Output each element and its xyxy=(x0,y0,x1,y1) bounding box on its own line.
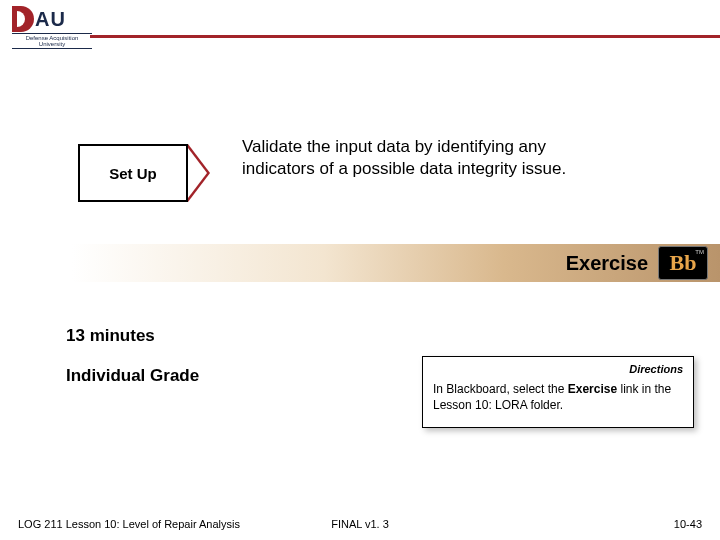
logo-d-icon xyxy=(12,6,34,32)
exercise-bar: Exercise Bb TM xyxy=(0,244,720,282)
directions-title: Directions xyxy=(433,363,683,375)
setup-box: Set Up xyxy=(78,144,188,202)
directions-box: Directions In Blackboard, select the Exe… xyxy=(422,356,694,428)
logo-subtitle: Defense Acquisition University xyxy=(12,33,92,49)
footer: LOG 211 Lesson 10: Level of Repair Analy… xyxy=(18,518,702,530)
dau-logo: AU Defense Acquisition University xyxy=(12,6,92,49)
bb-tm: TM xyxy=(695,249,704,255)
setup-description: Validate the input data by identifying a… xyxy=(242,136,582,180)
time-label: 13 minutes xyxy=(66,326,155,346)
header-divider xyxy=(90,35,720,38)
footer-left: LOG 211 Lesson 10: Level of Repair Analy… xyxy=(18,518,240,530)
exercise-label: Exercise xyxy=(566,252,648,275)
grade-label: Individual Grade xyxy=(66,366,199,386)
arrow-right-inner-icon xyxy=(188,148,207,198)
logo-main: AU xyxy=(12,6,92,32)
directions-bold: Exercise xyxy=(568,382,617,396)
footer-right: 10-43 xyxy=(674,518,702,530)
logo-text: AU xyxy=(35,8,66,31)
directions-body: In Blackboard, select the Exercise link … xyxy=(433,381,683,413)
blackboard-badge-icon: Bb TM xyxy=(658,246,708,280)
bb-text: Bb xyxy=(670,250,697,276)
footer-center: FINAL v1. 3 xyxy=(331,518,389,530)
setup-block: Set Up xyxy=(78,144,210,202)
directions-prefix: In Blackboard, select the xyxy=(433,382,568,396)
